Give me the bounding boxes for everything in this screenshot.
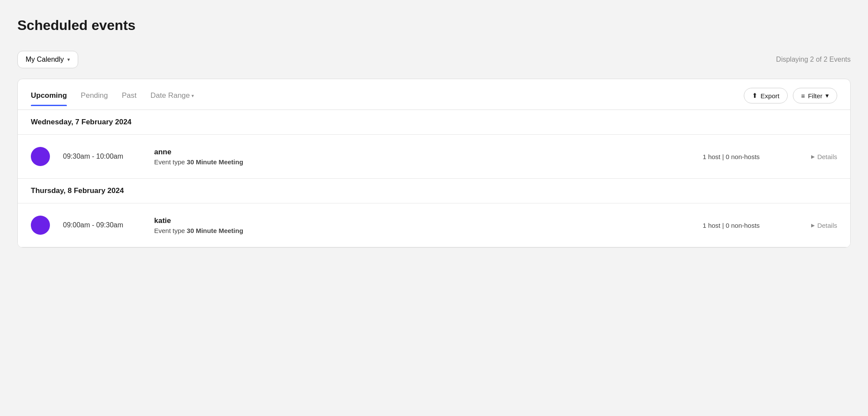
date-header-1: Wednesday, 7 February 2024 [18,110,850,135]
event-row-2: 09:00am - 09:30am katie Event type 30 Mi… [18,203,850,247]
export-icon: ⬆ [752,92,758,100]
event-row: 09:30am - 10:00am anne Event type 30 Min… [18,135,850,179]
event-attendees-2: 1 host | 0 non-hosts [703,222,798,229]
date-header-2: Thursday, 8 February 2024 [18,179,850,203]
event-type-2: Event type 30 Minute Meeting [154,227,690,234]
filter-icon: ≡ [801,92,805,100]
event-color-dot [31,147,50,166]
tabs-row: Upcoming Pending Past Date Range ▾ ⬆ Exp… [18,79,850,110]
tab-upcoming[interactable]: Upcoming [31,91,67,106]
tab-pending[interactable]: Pending [81,91,108,106]
event-name: anne [154,148,690,156]
tab-past[interactable]: Past [122,91,137,106]
chevron-down-icon: ▾ [67,57,70,63]
events-card: Upcoming Pending Past Date Range ▾ ⬆ Exp… [17,79,851,248]
date-range-caret-icon: ▾ [191,93,194,99]
event-type: Event type 30 Minute Meeting [154,158,690,166]
event-name-2: katie [154,216,690,225]
event-info-2: katie Event type 30 Minute Meeting [154,216,690,234]
export-button[interactable]: ⬆ Export [744,88,788,103]
filter-chevron-icon: ▾ [825,92,829,100]
event-time: 09:30am - 10:00am [63,153,141,160]
tabs: Upcoming Pending Past Date Range ▾ [31,91,194,106]
event-info: anne Event type 30 Minute Meeting [154,148,690,166]
page-title: Scheduled events [17,17,851,33]
top-bar: My Calendly ▾ Displaying 2 of 2 Events [17,51,851,68]
event-color-dot-2 [31,216,50,235]
calendly-dropdown-label: My Calendly [26,56,64,63]
event-time-2: 09:00am - 09:30am [63,221,141,229]
event-details-button-1[interactable]: ▶ Details [811,153,837,160]
event-details-button-2[interactable]: ▶ Details [811,222,837,229]
displaying-count: Displaying 2 of 2 Events [776,56,851,63]
filter-button[interactable]: ≡ Filter ▾ [793,88,837,103]
tab-actions: ⬆ Export ≡ Filter ▾ [744,88,837,110]
play-icon-2: ▶ [811,223,815,228]
event-attendees: 1 host | 0 non-hosts [703,153,798,160]
tab-date-range[interactable]: Date Range ▾ [151,91,195,106]
calendly-dropdown[interactable]: My Calendly ▾ [17,51,78,68]
play-icon: ▶ [811,154,815,160]
